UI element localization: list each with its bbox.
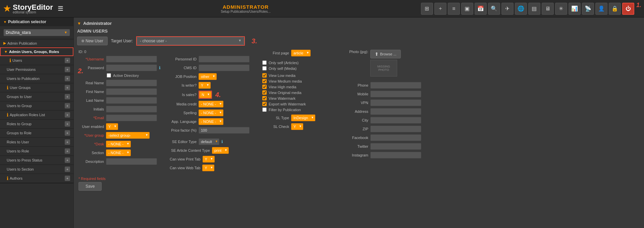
sidebar-item-users[interactable]: ℹ Users +	[0, 56, 73, 65]
price-factor-input[interactable]	[199, 127, 250, 134]
cms-id-input[interactable]	[199, 64, 250, 71]
asterisk-icon-btn[interactable]: ✳	[555, 3, 567, 15]
list-icon-btn[interactable]: ≡	[448, 3, 460, 15]
view-low-media-checkbox[interactable]	[262, 73, 267, 78]
sidebar-item-user-permissions[interactable]: User Permissions +	[0, 65, 73, 74]
view-high-media-checkbox[interactable]	[262, 85, 267, 89]
can-view-print-select[interactable]: Y N	[203, 156, 215, 163]
calendar-icon-btn[interactable]: 📅	[475, 3, 487, 15]
target-user-select[interactable]: - choose user -	[137, 37, 244, 45]
authors-add-btn[interactable]: +	[65, 176, 70, 181]
last-name-input[interactable]	[106, 97, 157, 104]
instagram-input[interactable]	[370, 152, 421, 158]
description-input[interactable]	[106, 158, 157, 165]
sidebar-item-roles-to-user[interactable]: Roles to User +	[0, 138, 73, 147]
publication-select[interactable]: Družina_stara	[3, 29, 70, 36]
address-input[interactable]	[370, 108, 421, 115]
browse-button[interactable]: ⬆ Browse ...	[370, 50, 401, 58]
is-writer-select[interactable]: Y N	[199, 82, 211, 89]
user-group-select[interactable]: -select group-	[106, 132, 150, 139]
users-press-add-btn[interactable]: +	[65, 157, 70, 163]
users-add-btn[interactable]: +	[65, 58, 70, 63]
search-icon-btn[interactable]: 🔍	[488, 3, 500, 15]
sidebar-item-roles-to-group[interactable]: Roles to Group +	[0, 120, 73, 129]
desk-select[interactable]: - NONE -	[106, 141, 131, 147]
sl-check-select[interactable]: Y N	[291, 123, 303, 130]
sidebar-item-groups-to-role[interactable]: Groups to Role +	[0, 129, 73, 138]
sidebar-item-users-to-publication[interactable]: Users to Publication +	[0, 74, 73, 83]
view-medium-media-checkbox[interactable]	[262, 79, 267, 83]
publication-selector-header[interactable]: ▼ Publication selector	[0, 17, 73, 26]
is-sales-select[interactable]: N Y	[199, 91, 211, 98]
power-icon-btn[interactable]: ⏻	[622, 3, 634, 15]
users-to-group-add-btn[interactable]: +	[65, 103, 70, 108]
user-enabled-select[interactable]: Y N	[106, 123, 118, 130]
phone-input[interactable]	[370, 82, 421, 89]
password-info-icon[interactable]: ℹ	[159, 65, 161, 70]
only-self-media-checkbox[interactable]	[262, 66, 267, 71]
rss-icon-btn[interactable]: 📡	[582, 3, 594, 15]
password-input[interactable]	[106, 64, 157, 71]
roles-to-user-add-btn[interactable]: +	[65, 139, 70, 145]
section-select[interactable]: - NONE -	[106, 149, 131, 156]
sidebar-item-authors[interactable]: ℹ Authors +	[0, 174, 73, 183]
app-roles-add-btn[interactable]: +	[65, 112, 70, 118]
sl-type-select[interactable]: InDesign	[291, 115, 315, 121]
sidebar-item-user-groups[interactable]: ℹ User Groups +	[0, 83, 73, 92]
personnel-id-input[interactable]	[199, 56, 250, 62]
sidebar-item-app-roles[interactable]: ℹ Application Roles List +	[0, 110, 73, 120]
city-input[interactable]	[370, 117, 421, 124]
twitter-input[interactable]	[370, 143, 421, 150]
active-dir-checkbox[interactable]	[107, 73, 111, 78]
se-editor-info-icon[interactable]: ℹ	[221, 139, 223, 144]
initials-input[interactable]	[106, 106, 157, 112]
user-groups-add-btn[interactable]: +	[65, 85, 70, 90]
view-original-media-checkbox[interactable]	[262, 90, 267, 95]
film-icon-btn[interactable]: ▣	[461, 3, 473, 15]
email-input[interactable]	[106, 115, 157, 121]
can-view-web-select[interactable]: Y N	[202, 165, 214, 171]
new-user-button[interactable]: New User	[77, 37, 108, 45]
sidebar-item-groups-to-user[interactable]: Groups to User +	[0, 92, 73, 101]
only-self-articles-checkbox[interactable]	[262, 60, 267, 65]
first-page-select[interactable]: article	[291, 50, 311, 56]
real-name-input[interactable]	[106, 80, 157, 86]
spelling-select[interactable]: - NONE -	[199, 109, 223, 116]
facebook-input[interactable]	[370, 134, 421, 141]
export-watermark-checkbox[interactable]	[262, 102, 267, 106]
zip-input[interactable]	[370, 126, 421, 132]
grid-icon-btn[interactable]: ⊞	[421, 3, 433, 15]
se-editor-type-select[interactable]: default	[199, 138, 219, 145]
send-icon-btn[interactable]: ✈	[501, 3, 514, 15]
view-watermark-checkbox[interactable]	[262, 96, 267, 100]
filter-publication-checkbox[interactable]	[262, 107, 267, 112]
save-button[interactable]: Save	[78, 182, 102, 191]
lock-icon-btn[interactable]: 🔒	[609, 3, 621, 15]
monitor-icon-btn[interactable]: 🖥	[542, 3, 554, 15]
table-icon-btn[interactable]: ▤	[528, 3, 540, 15]
user-permissions-add-btn[interactable]: +	[65, 67, 70, 72]
admin-publication-header[interactable]: ▶ Admin Publication	[0, 39, 73, 47]
se-article-content-select[interactable]: print	[212, 147, 229, 154]
sidebar-item-users-to-role[interactable]: Users to Role +	[0, 147, 73, 156]
first-name-input[interactable]	[106, 88, 157, 95]
sidebar-item-users-to-section[interactable]: Users to Section +	[0, 165, 73, 174]
mobile-input[interactable]	[370, 91, 421, 97]
users-section-add-btn[interactable]: +	[65, 167, 70, 172]
sidebar-item-users-to-group[interactable]: Users to Group +	[0, 101, 73, 110]
username-input[interactable]	[106, 56, 157, 62]
groups-to-role-add-btn[interactable]: +	[65, 130, 70, 136]
add-icon-btn[interactable]: ＋	[434, 3, 446, 15]
sidebar-item-users-press-status[interactable]: Users to Press Status +	[0, 156, 73, 165]
groups-to-user-add-btn[interactable]: +	[65, 94, 70, 99]
chart-icon-btn[interactable]: 📊	[569, 3, 581, 15]
admin-users-groups-header[interactable]: ▼ Admin Users, Groups, Roles	[0, 47, 73, 56]
user-icon-btn[interactable]: 👤	[595, 3, 607, 15]
media-credit-select[interactable]: - NONE -	[199, 101, 223, 107]
vpn-input[interactable]	[370, 99, 421, 106]
globe-icon-btn[interactable]: 🌐	[515, 3, 527, 15]
job-position-select[interactable]: other	[199, 73, 217, 80]
users-to-pub-add-btn[interactable]: +	[65, 76, 70, 81]
app-language-select[interactable]: - NONE -	[199, 118, 223, 125]
roles-to-group-add-btn[interactable]: +	[65, 121, 70, 127]
